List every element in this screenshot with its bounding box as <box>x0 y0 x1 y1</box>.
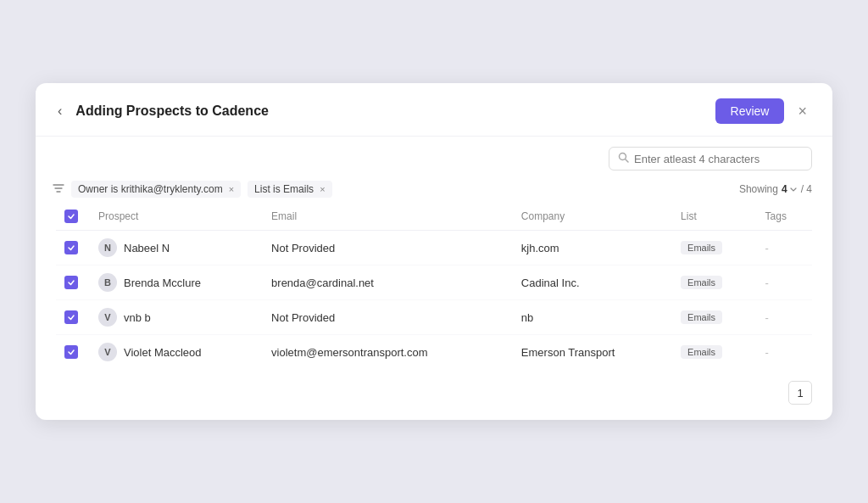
avatar: N <box>98 238 117 257</box>
col-email: Email <box>263 203 513 231</box>
row-company: Cadinal Inc. <box>513 265 672 300</box>
col-company: Company <box>513 203 672 231</box>
filter-icon <box>53 182 64 197</box>
row-tags: - <box>757 300 812 335</box>
list-badge: Emails <box>681 345 722 359</box>
row-prospect: N Nabeel N <box>90 231 263 265</box>
toolbar <box>36 137 832 176</box>
showing-info: Showing 4 / 4 <box>739 183 812 195</box>
row-tags: - <box>757 265 812 300</box>
row-list: Emails <box>672 300 757 335</box>
col-checkbox <box>56 203 90 231</box>
row-email: Not Provided <box>263 300 513 335</box>
row-list: Emails <box>672 231 757 265</box>
row-company: kjh.com <box>513 231 672 265</box>
table-row: B Brenda Mcclure brenda@cardinal.net Cad… <box>56 265 812 300</box>
row-checkbox-0[interactable] <box>64 241 78 254</box>
prospects-table: Prospect Email Company List Tags N Nabee… <box>56 203 812 369</box>
filters-left: Owner is krithika@tryklenty.com × List i… <box>53 181 332 198</box>
prospect-name: Violet Maccleod <box>124 346 202 359</box>
modal: ‹ Adding Prospects to Cadence Review × <box>36 83 832 420</box>
row-checkbox-cell <box>56 231 90 265</box>
table-row: V vnb b Not Provided nb Emails - <box>56 300 812 335</box>
row-prospect: V Violet Maccleod <box>90 335 263 370</box>
row-tags: - <box>757 335 812 370</box>
row-checkbox-2[interactable] <box>64 310 78 324</box>
prospect-name: Brenda Mcclure <box>124 277 201 289</box>
remove-list-filter[interactable]: × <box>320 184 325 194</box>
modal-title: Adding Prospects to Cadence <box>75 103 269 119</box>
table-wrap: Prospect Email Company List Tags N Nabee… <box>36 203 832 369</box>
prospect-name: Nabeel N <box>124 242 170 254</box>
pagination: 1 <box>36 369 832 420</box>
row-email: violetm@emersontransport.com <box>263 335 513 370</box>
avatar: V <box>98 343 117 361</box>
row-prospect: V vnb b <box>90 300 263 335</box>
col-tags: Tags <box>757 203 812 231</box>
filters-bar: Owner is krithika@tryklenty.com × List i… <box>36 176 832 203</box>
list-badge: Emails <box>681 310 722 324</box>
row-list: Emails <box>672 335 757 370</box>
modal-header: ‹ Adding Prospects to Cadence Review × <box>36 83 832 137</box>
row-checkbox-3[interactable] <box>64 345 78 359</box>
svg-line-1 <box>626 159 629 163</box>
row-email: Not Provided <box>263 231 513 265</box>
row-company: Emerson Transport <box>513 335 672 370</box>
row-checkbox-cell <box>56 335 90 370</box>
list-filter-tag: List is Emails × <box>248 181 331 198</box>
prospect-name: vnb b <box>124 311 151 324</box>
back-button[interactable]: ‹ <box>53 102 67 120</box>
page-1-button[interactable]: 1 <box>788 381 812 405</box>
select-all-checkbox[interactable] <box>64 210 78 223</box>
col-list: List <box>672 203 757 231</box>
header-right: Review × <box>715 98 812 124</box>
avatar: B <box>98 273 117 292</box>
row-checkbox-1[interactable] <box>64 276 78 289</box>
list-badge: Emails <box>681 241 722 254</box>
row-checkbox-cell <box>56 265 90 300</box>
row-company: nb <box>513 300 672 335</box>
header-left: ‹ Adding Prospects to Cadence <box>53 102 269 120</box>
avatar: V <box>98 308 117 327</box>
owner-filter-tag: Owner is krithika@tryklenty.com × <box>71 181 241 198</box>
row-prospect: B Brenda Mcclure <box>90 265 263 300</box>
row-checkbox-cell <box>56 300 90 335</box>
row-list: Emails <box>672 265 757 300</box>
table-row: N Nabeel N Not Provided kjh.com Emails - <box>56 231 812 265</box>
row-email: brenda@cardinal.net <box>263 265 513 300</box>
close-button[interactable]: × <box>793 101 812 122</box>
table-row: V Violet Maccleod violetm@emersontranspo… <box>56 335 812 370</box>
search-input[interactable] <box>634 153 803 165</box>
search-icon <box>618 152 629 165</box>
remove-owner-filter[interactable]: × <box>229 184 234 194</box>
col-prospect: Prospect <box>90 203 263 231</box>
row-tags: - <box>757 231 812 265</box>
showing-count-dropdown[interactable]: 4 <box>782 183 798 195</box>
review-button[interactable]: Review <box>715 98 785 124</box>
search-box <box>609 147 812 170</box>
list-badge: Emails <box>681 276 722 289</box>
